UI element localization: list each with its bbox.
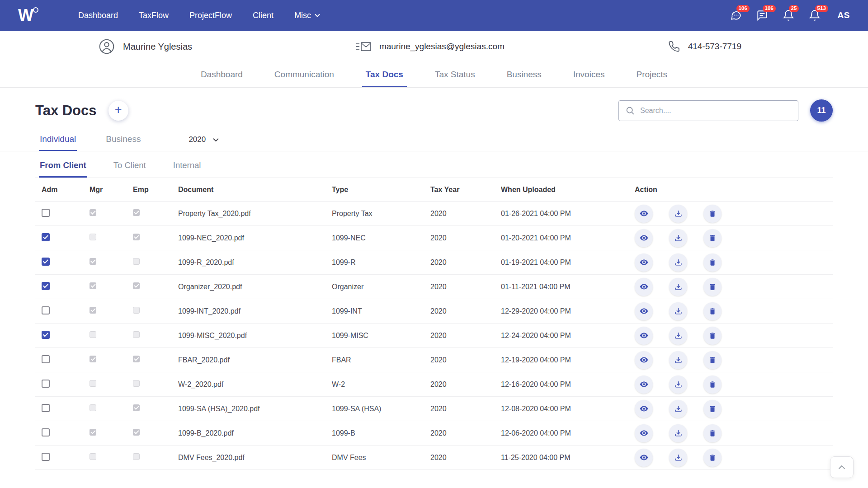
download-button[interactable]: [669, 424, 687, 442]
view-button[interactable]: [635, 449, 653, 467]
adm-checkbox[interactable]: [42, 428, 50, 436]
view-button[interactable]: [635, 375, 653, 394]
top-navbar: W Dashboard TaxFlow ProjectFlow Client M…: [0, 0, 868, 31]
tab-projects[interactable]: Projects: [632, 62, 671, 87]
adm-checkbox[interactable]: [42, 331, 50, 339]
app-logo[interactable]: W: [18, 6, 33, 25]
trash-icon: [708, 380, 717, 389]
year-select[interactable]: 2020: [189, 135, 219, 151]
view-button[interactable]: [635, 205, 653, 223]
eye-icon: [640, 258, 648, 267]
view-button[interactable]: [635, 400, 653, 418]
adm-checkbox[interactable]: [42, 258, 50, 266]
adm-checkbox[interactable]: [42, 233, 50, 241]
scroll-to-top-button[interactable]: [830, 456, 854, 478]
download-button[interactable]: [669, 253, 687, 272]
tab-business-docs[interactable]: Business: [105, 131, 142, 151]
view-button[interactable]: [635, 327, 653, 345]
when-uploaded: 01-26-2021 04:00 PM: [495, 210, 628, 218]
main-nav: Dashboard TaxFlow ProjectFlow Client Mis…: [78, 11, 320, 20]
nav-misc[interactable]: Misc: [294, 11, 320, 20]
delete-button[interactable]: [703, 278, 722, 296]
mail-lines-icon: [356, 41, 371, 52]
nav-dashboard[interactable]: Dashboard: [78, 11, 118, 20]
download-button[interactable]: [669, 449, 687, 467]
tab-tax-docs[interactable]: Tax Docs: [362, 62, 407, 87]
nav-client[interactable]: Client: [253, 11, 274, 20]
document-name: DMV Fees_2020.pdf: [172, 454, 326, 462]
tab-tax-status[interactable]: Tax Status: [431, 62, 479, 87]
nav-projectflow[interactable]: ProjectFlow: [189, 11, 232, 20]
table-row: FBAR_2020.pdf FBAR 2020 12-19-2020 04:00…: [35, 348, 833, 372]
download-button[interactable]: [669, 302, 687, 320]
delete-button[interactable]: [703, 253, 722, 272]
adm-checkbox[interactable]: [42, 282, 50, 290]
download-button[interactable]: [669, 375, 687, 394]
tab-communication[interactable]: Communication: [271, 62, 338, 87]
tab-to-client[interactable]: To Client: [113, 151, 147, 178]
bell-icon[interactable]: 25: [783, 9, 794, 21]
download-button[interactable]: [669, 278, 687, 296]
table-row: 1099-B_2020.pdf 1099-B 2020 12-06-2020 0…: [35, 421, 833, 446]
download-icon: [675, 332, 682, 339]
view-button[interactable]: [635, 229, 653, 247]
view-button[interactable]: [635, 253, 653, 272]
delete-button[interactable]: [703, 424, 722, 442]
delete-button[interactable]: [703, 229, 722, 247]
row-actions: [628, 253, 833, 272]
tab-individual[interactable]: Individual: [39, 131, 77, 151]
delete-button[interactable]: [703, 327, 722, 345]
tab-invoices[interactable]: Invoices: [570, 62, 609, 87]
eye-icon: [640, 209, 648, 218]
adm-checkbox[interactable]: [42, 306, 50, 314]
download-icon: [675, 380, 682, 388]
eye-icon: [640, 307, 648, 315]
nav-taxflow[interactable]: TaxFlow: [139, 11, 169, 20]
adm-checkbox[interactable]: [42, 355, 50, 363]
user-avatar[interactable]: AS: [838, 10, 850, 20]
delete-button[interactable]: [703, 351, 722, 369]
nav-misc-label: Misc: [294, 11, 311, 20]
delete-button[interactable]: [703, 302, 722, 320]
download-button[interactable]: [669, 400, 687, 418]
chat-dots-icon[interactable]: 106: [730, 9, 742, 21]
adm-checkbox[interactable]: [42, 380, 50, 388]
delete-button[interactable]: [703, 400, 722, 418]
download-button[interactable]: [669, 351, 687, 369]
download-button[interactable]: [669, 205, 687, 223]
document-type: 1099-MISC: [326, 332, 424, 340]
when-uploaded: 01-11-2021 04:00 PM: [495, 283, 628, 291]
adm-checkbox[interactable]: [42, 209, 50, 217]
adm-checkbox[interactable]: [42, 453, 50, 461]
chat-lines-icon[interactable]: 106: [756, 9, 768, 21]
document-name: 1099-SA (HSA)_2020.pdf: [172, 405, 326, 413]
download-button[interactable]: [669, 229, 687, 247]
download-button[interactable]: [669, 327, 687, 345]
view-button[interactable]: [635, 424, 653, 442]
view-button[interactable]: [635, 278, 653, 296]
delete-button[interactable]: [703, 449, 722, 467]
row-actions: [628, 205, 833, 223]
row-actions: [628, 449, 833, 467]
delete-button[interactable]: [703, 205, 722, 223]
tab-business[interactable]: Business: [503, 62, 545, 87]
mgr-checkbox: [90, 356, 96, 362]
bell-icon[interactable]: 513: [809, 9, 821, 21]
client-email-group: maurine_yglesias@yglesias.com: [356, 41, 505, 52]
search-icon: [625, 106, 635, 115]
document-type: DMV Fees: [326, 454, 424, 462]
add-document-button[interactable]: +: [108, 101, 128, 121]
document-count-badge[interactable]: 11: [810, 99, 833, 122]
tab-dashboard[interactable]: Dashboard: [197, 62, 246, 87]
view-button[interactable]: [635, 351, 653, 369]
delete-button[interactable]: [703, 375, 722, 394]
tab-internal[interactable]: Internal: [172, 151, 202, 178]
search-input[interactable]: [639, 106, 792, 115]
adm-checkbox[interactable]: [42, 404, 50, 412]
document-name: 1099-R_2020.pdf: [172, 258, 326, 267]
table-header: Adm Mgr Emp Document Type Tax Year When …: [35, 178, 833, 202]
eye-icon: [640, 380, 648, 389]
table-row: 1099-MISC_2020.pdf 1099-MISC 2020 12-24-…: [35, 324, 833, 348]
view-button[interactable]: [635, 302, 653, 320]
tab-from-client[interactable]: From Client: [39, 151, 87, 178]
